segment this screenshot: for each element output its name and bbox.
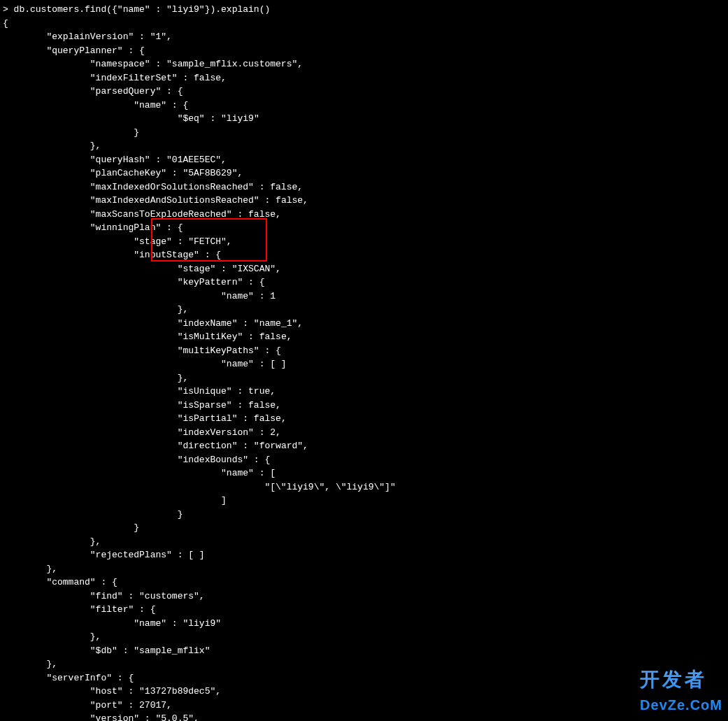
- json-value: sample_mflix.customers: [172, 59, 292, 69]
- json-value: forward: [259, 441, 298, 451]
- json-value: sample_mflix: [139, 645, 205, 656]
- json-value: 1: [270, 291, 276, 301]
- json-value: 27017: [139, 700, 166, 711]
- terminal-output[interactable]: > db.customers.find({"name" : "liyi9"}).…: [3, 3, 725, 721]
- json-value: false: [248, 400, 276, 411]
- watermark: 开发者 DevZe.CoM: [640, 665, 722, 715]
- json-value: false: [259, 331, 287, 342]
- json-value: [\"liyi9\", \"liyi9\"]: [270, 482, 390, 492]
- json-value: 13727b89dec5: [145, 686, 210, 697]
- json-value: FETCH: [194, 236, 221, 247]
- json-value: false: [248, 209, 276, 220]
- json-key: "explainVersion": [46, 31, 134, 42]
- json-value: 1: [155, 31, 161, 42]
- json-value: 01AEE5EC: [172, 155, 215, 165]
- json-value: 5.0.5: [161, 713, 188, 721]
- json-value: name_1: [259, 318, 292, 329]
- json-value: [ ]: [188, 550, 204, 560]
- json-value: false: [276, 195, 303, 206]
- watermark-line2: DevZe.CoM: [640, 694, 722, 715]
- watermark-line1: 开发者: [640, 669, 707, 690]
- json-value: customers: [145, 591, 194, 601]
- command-line: > db.customers.find({"name" : "liyi9"}).…: [3, 4, 270, 15]
- json-value: IXSCAN: [237, 264, 270, 274]
- json-value: false: [194, 73, 221, 83]
- json-value: false: [270, 182, 297, 192]
- json-value: liyi9: [188, 618, 215, 629]
- json-value: 5AF8B629: [188, 168, 231, 178]
- json-value: 2: [270, 427, 276, 438]
- json-value: true: [248, 386, 270, 397]
- json-value: false: [254, 413, 281, 424]
- json-value: [ ]: [270, 359, 286, 369]
- json-value: liyi9: [227, 113, 254, 124]
